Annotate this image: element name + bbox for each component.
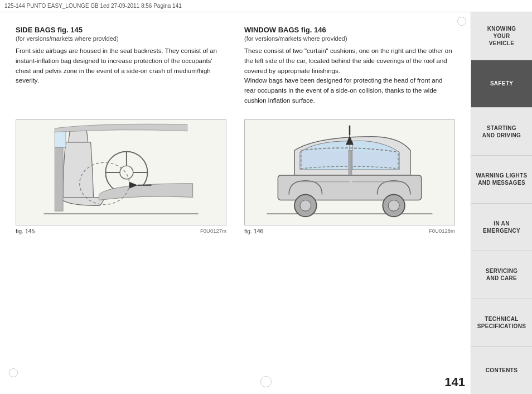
corner-circle-top-right: [457, 17, 466, 26]
fig-146-label: fig. 146: [244, 228, 263, 234]
fig-146-svg: [245, 120, 454, 225]
sidebar-item-technical[interactable]: TECHNICALSPECIFICATIONS: [471, 299, 532, 347]
right-section-body: These consist of two "curtain" cushions,…: [244, 46, 455, 106]
fig-145-code: F0U0127m: [200, 228, 226, 234]
sidebar-item-contents[interactable]: CONTENTS: [471, 347, 532, 394]
page-ref-circle-bottom: [260, 376, 272, 387]
right-section-subtitle: (for versions/markets where provided): [244, 35, 455, 42]
svg-point-16: [388, 200, 399, 211]
svg-point-14: [300, 200, 311, 211]
fig-145-svg: [16, 120, 226, 225]
header-text: 125-144 PUNTO EASY_LOUNGE GB 1ed 27-09-2…: [4, 3, 182, 9]
right-column: WINDOW BAGS fig. 146 (for versions/marke…: [244, 26, 455, 106]
images-row: fig. 145 F0U0127m: [16, 119, 455, 234]
sidebar-item-starting[interactable]: STARTINGAND DRIVING: [471, 108, 532, 156]
left-column: SIDE BAGS fig. 145 (for versions/markets…: [16, 26, 226, 106]
sidebar-item-safety[interactable]: SAFETY: [471, 60, 532, 108]
left-section-title: SIDE BAGS fig. 145: [16, 26, 226, 34]
left-section-body: Front side airbags are housed in the sea…: [16, 46, 226, 86]
right-section-title: WINDOW BAGS fig. 146: [244, 26, 455, 34]
sidebar: KNOWINGYOURVEHICLE SAFETY STARTINGAND DR…: [471, 12, 532, 394]
fig-146-container: fig. 146 F0U0128m: [244, 119, 455, 234]
corner-circle-bottom-left: [9, 368, 18, 377]
sidebar-item-emergency[interactable]: IN ANEMERGENCY: [471, 204, 532, 252]
fig-146-image: [244, 119, 455, 225]
svg-rect-21: [349, 150, 352, 175]
fig-146-code: F0U0128m: [429, 228, 455, 234]
fig-146-caption-row: fig. 146 F0U0128m: [244, 228, 455, 234]
left-section-subtitle: (for versions/markets where provided): [16, 35, 226, 42]
fig-145-image: [16, 119, 226, 225]
main-content: SIDE BAGS fig. 145 (for versions/markets…: [0, 12, 471, 394]
columns: SIDE BAGS fig. 145 (for versions/markets…: [16, 26, 455, 106]
header-bar: 125-144 PUNTO EASY_LOUNGE GB 1ed 27-09-2…: [0, 0, 532, 12]
fig-145-container: fig. 145 F0U0127m: [16, 119, 226, 234]
sidebar-item-warning[interactable]: WARNING LIGHTSAND MESSAGES: [471, 156, 532, 204]
page-number: 141: [444, 375, 465, 390]
sidebar-item-knowing[interactable]: KNOWINGYOURVEHICLE: [471, 12, 532, 60]
sidebar-item-servicing[interactable]: SERVICINGAND CARE: [471, 251, 532, 299]
fig-145-label: fig. 145: [16, 228, 35, 234]
fig-145-caption-row: fig. 145 F0U0127m: [16, 228, 226, 234]
